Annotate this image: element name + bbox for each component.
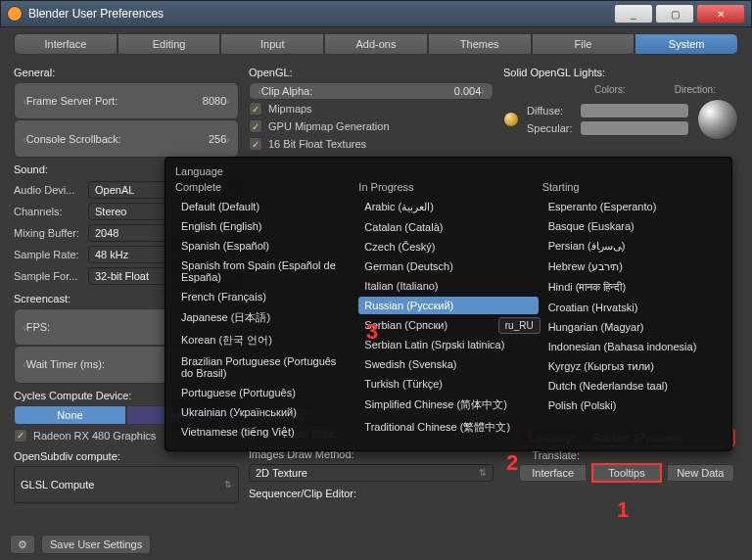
tab-add-ons[interactable]: Add-ons (324, 33, 428, 55)
language-option[interactable]: Basque (Euskara) (542, 217, 722, 235)
radeon-checkbox[interactable] (14, 429, 27, 443)
popup-title: Language (175, 165, 722, 177)
language-option[interactable]: Brazilian Portuguese (Português do Brasi… (175, 352, 354, 382)
language-option[interactable]: Japanese (日本語) (175, 307, 354, 328)
specular-swatch-1[interactable] (580, 120, 689, 136)
console-scrollback[interactable]: Console Scrollback:256 (14, 119, 239, 157)
section-lights: Solid OpenGL Lights: (503, 67, 738, 78)
prefs-tabs: InterfaceEditingInputAdd-onsThemesFileSy… (0, 27, 752, 63)
language-option[interactable]: Russian (Русский)ru_RU (358, 297, 538, 314)
tab-file[interactable]: File (532, 33, 635, 55)
tab-interface[interactable]: Interface (14, 33, 118, 55)
language-option[interactable]: Hebrew (תירבע) (542, 257, 722, 276)
direction-sphere-1[interactable] (697, 99, 738, 140)
close-button[interactable]: ✕ (696, 4, 745, 23)
float-textures-checkbox[interactable] (249, 137, 262, 151)
language-option[interactable]: Arabic (العربية) (358, 198, 538, 216)
language-option[interactable]: Croatian (Hrvatski) (542, 299, 722, 316)
callout-2: 2 (506, 450, 518, 476)
callout-1: 1 (617, 497, 629, 523)
compute-none[interactable]: None (14, 405, 126, 425)
language-option[interactable]: Persian (ﯽﺳﺭﺎﻓ) (542, 237, 722, 256)
opensubdiv-dropdown[interactable]: GLSL Compute (14, 466, 239, 503)
app-icon (7, 6, 23, 22)
language-option[interactable]: Swedish (Svenska) (358, 355, 538, 373)
radeon-label: Radeon RX 480 Graphics (33, 430, 156, 442)
clip-alpha-field[interactable]: Clip Alpha:0.004 (249, 82, 494, 100)
mipmaps-checkbox[interactable] (249, 102, 262, 116)
language-option[interactable]: Dutch (Nederlandse taal) (542, 377, 722, 395)
frame-server-port[interactable]: Frame Server Port:8080 (14, 82, 239, 119)
callout-3: 3 (366, 319, 378, 345)
language-popup: Language CompleteDefault (Default)Englis… (164, 157, 732, 451)
language-option[interactable]: Default (Default) (175, 198, 354, 215)
language-option[interactable]: Turkish (Türkçe) (358, 375, 538, 393)
translate-newdata-button[interactable]: New Data (667, 464, 734, 482)
tab-input[interactable]: Input (220, 33, 324, 55)
draw-method-dropdown[interactable]: 2D Texture (249, 464, 494, 482)
light-toggle-1[interactable] (503, 112, 519, 127)
tab-themes[interactable]: Themes (428, 33, 532, 55)
save-user-settings-button[interactable]: Save User Settings (41, 535, 151, 554)
language-option[interactable]: Traditional Chinese (繁體中文) (358, 417, 538, 438)
language-option[interactable]: Spanish (Español) (175, 237, 354, 255)
tab-system[interactable]: System (634, 33, 738, 55)
sequencer-label: Sequencer/Clip Editor: (249, 488, 494, 499)
diffuse-swatch-1[interactable] (580, 103, 689, 118)
language-option[interactable]: Indonesian (Bahasa indonesia) (542, 338, 722, 355)
language-option[interactable]: Korean (한국 언어) (175, 330, 354, 350)
language-tooltip: ru_RU (498, 317, 540, 334)
tab-editing[interactable]: Editing (118, 33, 221, 55)
window-title: Blender User Preferences (28, 7, 612, 21)
language-option[interactable]: French (Français) (175, 288, 354, 305)
language-option[interactable]: Ukrainian (Український) (175, 403, 354, 421)
section-opengl: OpenGL: (249, 67, 494, 78)
language-option[interactable]: Portuguese (Português) (175, 384, 354, 401)
language-option[interactable]: Simplified Chinese (简体中文) (358, 395, 538, 415)
language-option[interactable]: Polish (Polski) (542, 397, 722, 414)
language-option[interactable]: Italian (Italiano) (358, 277, 538, 295)
section-opensubdiv: OpenSubdiv compute: (14, 450, 239, 462)
language-option[interactable]: Hindi (मानक हिन्दी) (542, 278, 722, 297)
language-option[interactable]: Czech (Český) (358, 238, 538, 256)
language-option[interactable]: English (English) (175, 217, 354, 235)
window-titlebar: Blender User Preferences _ ▢ ✕ (0, 0, 752, 27)
language-option[interactable]: Spanish from Spain (Español de España) (175, 257, 354, 286)
language-option[interactable]: Esperanto (Esperanto) (542, 198, 722, 215)
language-option[interactable]: Kyrgyz (Кыргыз тили) (542, 357, 722, 375)
section-general: General: (14, 67, 239, 78)
language-option[interactable]: Serbian Latin (Srpski latinica) (358, 336, 538, 353)
settings-gear-button[interactable]: ⚙ (10, 535, 35, 554)
translate-tooltips-button[interactable]: Tooltips (592, 464, 660, 482)
minimize-button[interactable]: _ (614, 4, 653, 23)
language-option[interactable]: German (Deutsch) (358, 257, 538, 275)
language-option[interactable]: Catalan (Català) (358, 218, 538, 236)
translate-interface-button[interactable]: Interface (519, 464, 587, 482)
language-option[interactable]: Vietnamese (tiếng Việt) (175, 423, 354, 442)
maximize-button[interactable]: ▢ (655, 4, 694, 23)
gpu-mipmap-checkbox[interactable] (249, 119, 262, 133)
language-option[interactable]: Hungarian (Magyar) (542, 318, 722, 336)
